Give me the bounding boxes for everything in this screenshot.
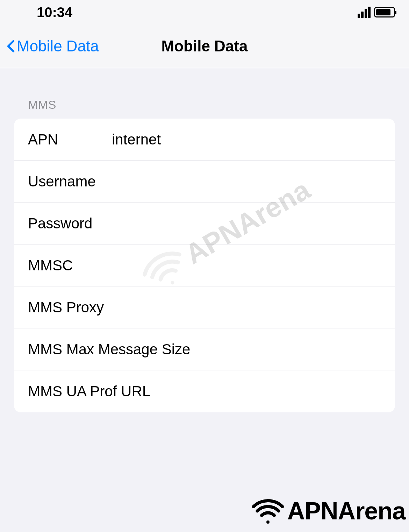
apn-label: APN — [28, 131, 112, 148]
navigation-bar: Mobile Data Mobile Data — [0, 24, 409, 68]
username-row[interactable]: Username — [14, 161, 395, 203]
section-header: MMS — [14, 68, 395, 119]
settings-group: APN internet Username Password MMSC MMS … — [14, 119, 395, 412]
mmsc-label: MMSC — [28, 257, 112, 274]
status-bar: 10:34 — [0, 0, 409, 24]
mms-proxy-label: MMS Proxy — [28, 299, 104, 316]
apn-row[interactable]: APN internet — [14, 119, 395, 161]
status-indicators — [358, 7, 395, 18]
wifi-icon — [251, 498, 285, 524]
mms-ua-prof-row[interactable]: MMS UA Prof URL — [14, 370, 395, 412]
mms-max-size-row[interactable]: MMS Max Message Size — [14, 328, 395, 370]
mms-ua-prof-label: MMS UA Prof URL — [28, 383, 150, 400]
page-title: Mobile Data — [162, 37, 248, 55]
cellular-signal-icon — [358, 7, 371, 18]
chevron-left-icon — [7, 40, 15, 53]
watermark-bottom-text: APNArena — [287, 497, 406, 525]
battery-icon — [374, 7, 395, 17]
password-label: Password — [28, 215, 112, 232]
mmsc-row[interactable]: MMSC — [14, 244, 395, 286]
content-area: MMS APN internet Username Password MMSC … — [0, 68, 409, 412]
watermark-bottom: APNArena — [251, 497, 406, 525]
back-label: Mobile Data — [17, 37, 99, 55]
back-button[interactable]: Mobile Data — [7, 37, 99, 55]
apn-value: internet — [112, 131, 381, 148]
mms-max-size-label: MMS Max Message Size — [28, 341, 190, 358]
password-row[interactable]: Password — [14, 203, 395, 244]
mms-proxy-row[interactable]: MMS Proxy — [14, 286, 395, 328]
username-label: Username — [28, 173, 112, 190]
status-time: 10:34 — [37, 5, 72, 20]
